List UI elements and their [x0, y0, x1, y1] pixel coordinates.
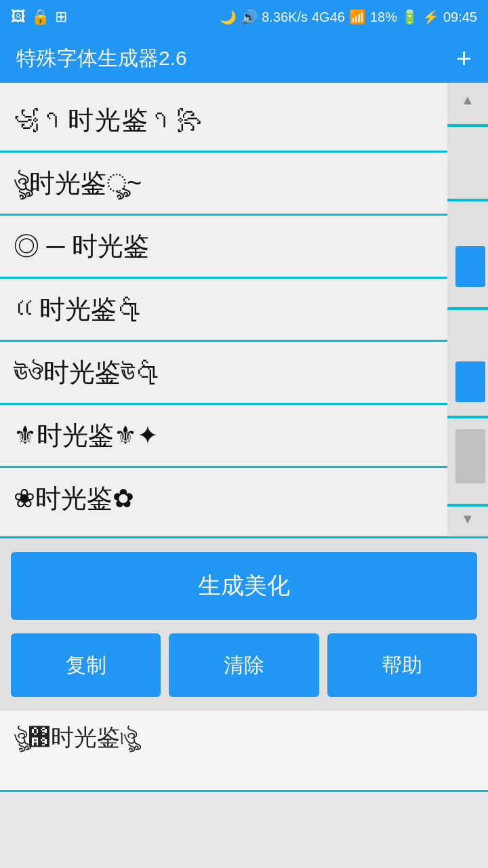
moon-icon: 🌙: [220, 9, 237, 25]
text-input-area[interactable]: ঔৣ঩时光鉴৷ঔৣ: [0, 711, 488, 792]
add-button[interactable]: +: [456, 43, 472, 74]
main-content: ꧁𑁭时光鉴𑁭꧂ ঔৣ时光鉴ৣ~ ◎ ─ 时光鉴 ꪵ时光鉴꩷: [0, 83, 488, 792]
accent-mark: [447, 124, 488, 127]
help-button[interactable]: 帮助: [327, 633, 477, 697]
image-icon: 🖼: [11, 8, 26, 26]
list-item[interactable]: ꪵ时光鉴꩷: [0, 279, 447, 340]
input-underline: [0, 790, 488, 792]
font-list-panel: ꧁𑁭时光鉴𑁭꧂ ঔৣ时光鉴ৣ~ ◎ ─ 时光鉴 ꪵ时光鉴꩷: [0, 83, 447, 536]
scroll-down-arrow[interactable]: ▼: [461, 502, 474, 536]
list-item[interactable]: ꧁𑁭时光鉴𑁭꧂: [0, 90, 447, 151]
volume-icon: 🔊: [241, 9, 258, 25]
status-bar: 🖼 🔒 ⊞ 🌙 🔊 8.36K/s 4G46 📶 18% 🔋 ⚡ 09:45: [0, 0, 488, 34]
copy-button[interactable]: 复制: [11, 633, 161, 697]
accent-mark: [447, 307, 488, 310]
accent-mark: [447, 199, 488, 201]
accent-mark: [447, 416, 488, 418]
list-item[interactable]: ঔৣ时光鉴ৣ~: [0, 153, 447, 214]
signal-icon: 📶: [349, 9, 366, 25]
accent-mark: [447, 504, 488, 507]
list-item[interactable]: ঊঔ时光鉴ঊ꩷: [0, 342, 447, 403]
battery-level: 18%: [370, 9, 397, 25]
scrollbar[interactable]: ▲ ▼: [447, 83, 488, 536]
charging-icon: ⚡: [422, 9, 439, 25]
title-bar: 特殊字体生成器2.6 +: [0, 34, 488, 83]
clear-button[interactable]: 清除: [169, 633, 319, 697]
network-type: 4G46: [312, 9, 345, 25]
battery-icon: 🔋: [401, 9, 418, 25]
input-text-display: ঔৣ঩时光鉴৷ঔৣ: [14, 722, 474, 754]
network-speed: 8.36K/s: [262, 9, 308, 25]
generate-button[interactable]: 生成美化: [11, 552, 477, 620]
font-style-list: ꧁𑁭时光鉴𑁭꧂ ঔৣ时光鉴ৣ~ ◎ ─ 时光鉴 ꪵ时光鉴꩷: [0, 83, 447, 536]
list-item[interactable]: ⚜时光鉴⚜✦: [0, 405, 447, 466]
status-left-icons: 🖼 🔒 ⊞: [11, 8, 67, 26]
scroll-thumb-gray: [455, 429, 485, 484]
scroll-thumb-blue2: [455, 361, 485, 402]
action-area: 生成美化 复制 清除 帮助: [0, 538, 488, 711]
lock-icon: 🔒: [31, 8, 49, 26]
grid-icon: ⊞: [55, 8, 67, 26]
font-dropdown-panel: ꧁𑁭时光鉴𑁭꧂ ঔৣ时光鉴ৣ~ ◎ ─ 时光鉴 ꪵ时光鉴꩷: [0, 83, 488, 536]
scroll-thumb-blue: [455, 246, 485, 287]
time-display: 09:45: [443, 9, 477, 25]
status-right: 🌙 🔊 8.36K/s 4G46 📶 18% 🔋 ⚡ 09:45: [220, 9, 477, 25]
app-title: 特殊字体生成器2.6: [16, 45, 187, 73]
scroll-up-arrow[interactable]: ▲: [461, 83, 474, 117]
scroll-track[interactable]: [447, 117, 488, 502]
secondary-buttons: 复制 清除 帮助: [11, 633, 477, 697]
list-item[interactable]: ◎ ─ 时光鉴: [0, 216, 447, 277]
list-item[interactable]: ❀时光鉴✿: [0, 468, 447, 529]
